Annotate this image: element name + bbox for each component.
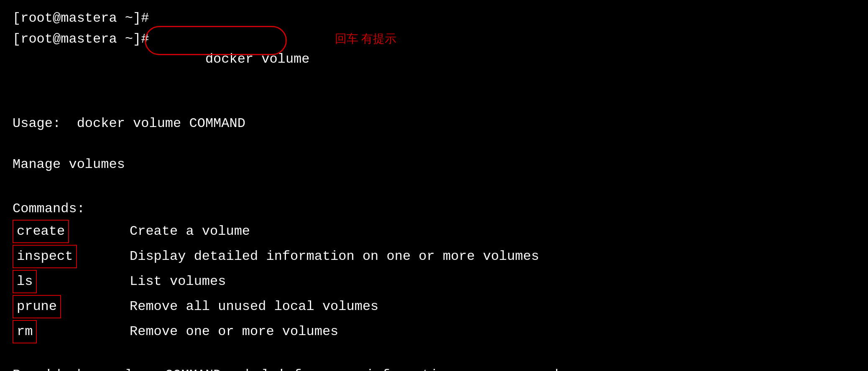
cmd-desc-ls: List volumes [130, 272, 855, 292]
empty-line-1 [13, 135, 855, 155]
command-row-create: create Create a volume [13, 220, 855, 243]
cmd-box-create: create [13, 220, 69, 243]
usage-line: Usage: docker volume COMMAND [13, 114, 855, 134]
terminal-window: [root@mastera ~]# [root@mastera ~]# dock… [0, 0, 868, 371]
cmd-desc-create: Create a volume [130, 221, 855, 241]
manage-text: Manage volumes [13, 155, 125, 175]
command-row-inspect: inspect Display detailed information on … [13, 245, 855, 268]
command-prompt: [root@mastera ~]# [13, 29, 149, 49]
cmd-name-prune: prune [13, 295, 130, 318]
command-line: [root@mastera ~]# docker volume 回车 有提示 [13, 29, 855, 109]
cmd-name-inspect: inspect [13, 245, 130, 268]
cmd-box-ls: ls [13, 270, 37, 293]
cmd-box-rm: rm [13, 320, 37, 343]
cmd-name-ls: ls [13, 270, 130, 293]
commands-section: Commands: create Create a volume inspect… [13, 199, 855, 343]
cmd-desc-rm: Remove one or more volumes [130, 322, 855, 342]
prev-prompt: [root@mastera ~]# [13, 8, 149, 28]
command-row-prune: prune Remove all unused local volumes [13, 295, 855, 318]
circle-annotation [145, 26, 287, 55]
run-line: Run 'docker volume COMMAND --help' for m… [13, 365, 855, 371]
commands-label-line: Commands: [13, 199, 855, 219]
commands-label: Commands: [13, 199, 85, 219]
cmd-box-inspect: inspect [13, 245, 77, 268]
cmd-name-create: create [13, 220, 130, 243]
empty-line-3 [13, 345, 855, 365]
command-row-ls: ls List volumes [13, 270, 855, 293]
cmd-desc-inspect: Display detailed information on one or m… [130, 246, 855, 267]
manage-line: Manage volumes [13, 155, 855, 175]
command-text: docker volume [149, 29, 309, 109]
command-row-rm: rm Remove one or more volumes [13, 320, 855, 343]
prev-prompt-line: [root@mastera ~]# [13, 8, 855, 28]
hint-annotation: 回车 有提示 [335, 30, 396, 48]
run-text: Run 'docker volume COMMAND --help' for m… [13, 365, 567, 371]
empty-line-2 [13, 175, 855, 196]
usage-command: docker volume COMMAND [61, 114, 245, 134]
cmd-desc-prune: Remove all unused local volumes [130, 297, 855, 317]
cmd-box-prune: prune [13, 295, 61, 318]
usage-label: Usage: [13, 114, 61, 134]
cmd-name-rm: rm [13, 320, 130, 343]
